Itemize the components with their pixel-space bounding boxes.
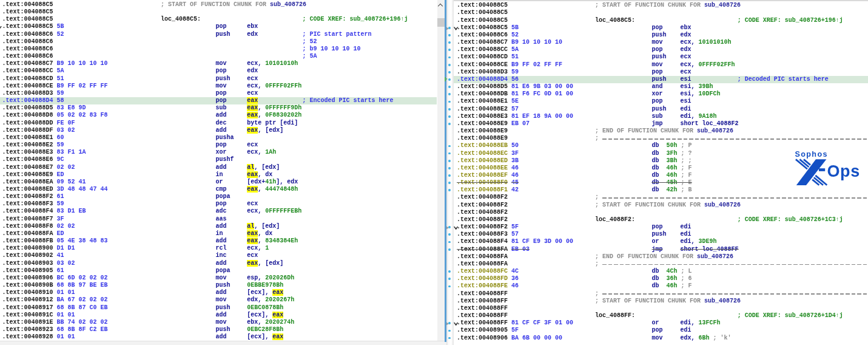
svg-text:Sophos: Sophos xyxy=(795,150,828,159)
svg-text:Ops: Ops xyxy=(827,162,860,180)
